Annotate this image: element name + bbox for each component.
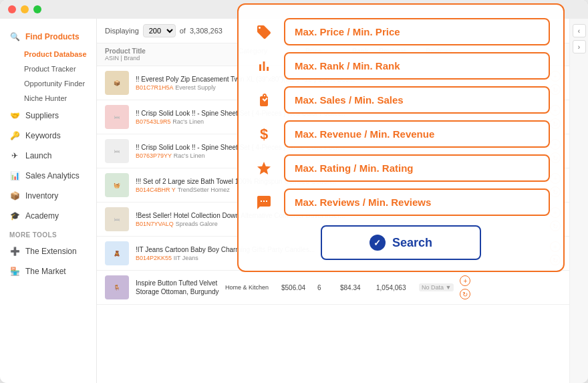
sales-icon bbox=[252, 88, 276, 112]
product-thumbnail: 🪑 bbox=[105, 275, 129, 299]
product-info: Inspire Button Tufted Velvet Storage Ott… bbox=[136, 279, 223, 296]
count-select[interactable]: 200 50 100 bbox=[143, 24, 176, 37]
nav-right-arrow[interactable]: › bbox=[573, 40, 586, 53]
sidebar-item-suppliers[interactable]: 🤝 Suppliers bbox=[0, 106, 96, 126]
search-btn-row: ✓ Search bbox=[252, 225, 550, 260]
product-thumbnail: 🛏 bbox=[105, 105, 129, 129]
sidebar-subitems: Product Database Product Tracker Opportu… bbox=[0, 47, 96, 106]
refresh-action[interactable]: ↻ bbox=[460, 289, 470, 299]
market-icon: 🏪 bbox=[9, 266, 20, 277]
sidebar-item-inventory[interactable]: 📦 Inventory bbox=[0, 186, 96, 206]
sidebar-item-product-tracker[interactable]: Product Tracker bbox=[19, 61, 96, 76]
sales-filter-button[interactable]: Max. Sales / Min. Sales bbox=[284, 86, 550, 114]
product-asin: B014P2KK55 bbox=[136, 255, 172, 261]
sidebar-item-academy[interactable]: 🎓 Academy bbox=[0, 206, 96, 226]
check-icon: ✓ bbox=[370, 235, 386, 251]
search-button[interactable]: ✓ Search bbox=[321, 225, 481, 260]
sidebar-item-keywords[interactable]: 🔑 Keywords bbox=[0, 126, 96, 146]
col-header-product: Product Title ASIN | Brand bbox=[105, 47, 239, 61]
sales-filter-row: Max. Sales / Min. Sales bbox=[252, 86, 550, 114]
keywords-icon: 🔑 bbox=[9, 130, 20, 141]
product-thumbnail: 🧺 bbox=[105, 173, 129, 197]
price-icon bbox=[252, 20, 276, 44]
product-category: Home & Kitchen bbox=[225, 284, 279, 291]
product-asin: B0763P79YY bbox=[136, 152, 172, 159]
suppliers-icon: 🤝 bbox=[9, 110, 20, 121]
rating-filter-row: Max. Rating / Min. Rating bbox=[252, 154, 550, 182]
sidebar-item-the-extension[interactable]: ➕ The Extension bbox=[0, 241, 96, 261]
product-brand: Everest Supply bbox=[175, 84, 216, 91]
product-reviews: 1,054,063 bbox=[376, 284, 416, 291]
no-data-badge: No Data ▼ bbox=[419, 283, 454, 291]
revenue-icon: $ bbox=[252, 122, 276, 146]
sidebar-item-product-database[interactable]: Product Database bbox=[19, 47, 96, 61]
close-button[interactable] bbox=[8, 5, 16, 13]
product-rank: 6 bbox=[317, 284, 337, 291]
add-action[interactable]: + bbox=[460, 275, 470, 286]
sales-analytics-icon: 📊 bbox=[9, 170, 20, 181]
price-filter-row: Max. Price / Min. Price bbox=[252, 19, 550, 45]
inventory-icon: 📦 bbox=[9, 190, 20, 201]
product-price: $506.04 bbox=[281, 284, 315, 291]
product-brand: Rac's Linen bbox=[172, 118, 204, 125]
minimize-button[interactable] bbox=[21, 5, 29, 13]
sidebar-item-launch[interactable]: ✈ Launch bbox=[0, 146, 96, 166]
search-icon: 🔍 bbox=[9, 31, 20, 42]
more-tools-label: More Tools bbox=[0, 226, 96, 241]
maximize-button[interactable] bbox=[33, 5, 41, 13]
product-title: Inspire Button Tufted Velvet Storage Ott… bbox=[136, 279, 223, 296]
sidebar-item-opportunity-finder[interactable]: Opportunity Finder bbox=[19, 76, 96, 91]
sidebar-item-find-products[interactable]: 🔍 Find Products bbox=[0, 27, 96, 47]
revenue-filter-row: $ Max. Revenue / Min. Revenue bbox=[252, 120, 550, 148]
sidebar-item-niche-hunter[interactable]: Niche Hunter bbox=[19, 91, 96, 106]
rank-icon bbox=[252, 54, 276, 78]
nav-left-arrow[interactable]: ‹ bbox=[573, 24, 586, 37]
sidebar: 🔍 Find Products Product Database Product… bbox=[0, 19, 97, 383]
revenue-filter-button[interactable]: Max. Revenue / Min. Revenue bbox=[284, 120, 550, 148]
reviews-filter-button[interactable]: Max. Reviews / Min. Reviews bbox=[284, 188, 550, 216]
row-actions: + ↻ bbox=[459, 275, 471, 300]
product-thumbnail: 🛏 bbox=[105, 207, 129, 231]
product-revenue: $84.34 bbox=[340, 284, 374, 291]
product-thumbnail: 🧸 bbox=[105, 241, 129, 265]
product-asin: B014C4BHR Y bbox=[136, 186, 176, 193]
star-icon bbox=[252, 156, 276, 180]
product-asin: B01C7R1H5A bbox=[136, 84, 174, 91]
reviews-filter-row: Max. Reviews / Min. Reviews bbox=[252, 188, 550, 216]
rating-filter-button[interactable]: Max. Rating / Min. Rating bbox=[284, 154, 550, 182]
product-thumbnail: 📦 bbox=[105, 71, 129, 95]
filter-overlay-panel: Max. Price / Min. Price Max. Rank / Min.… bbox=[237, 19, 565, 272]
academy-icon: 🎓 bbox=[9, 211, 20, 221]
product-asin: B07543L9R5 bbox=[136, 118, 171, 125]
product-brand: IIT Jeans bbox=[174, 255, 198, 261]
rank-filter-button[interactable]: Max. Rank / Min. Rank bbox=[284, 52, 550, 80]
table-row: 🪑 Inspire Button Tufted Velvet Storage O… bbox=[97, 271, 569, 305]
reviews-icon bbox=[252, 190, 276, 215]
product-asin: B01N7YVALQ bbox=[136, 221, 174, 227]
product-thumbnail: 🛏 bbox=[105, 139, 129, 163]
extension-icon: ➕ bbox=[9, 246, 20, 257]
sidebar-item-the-market[interactable]: 🏪 The Market bbox=[0, 261, 96, 281]
rank-filter-row: Max. Rank / Min. Rank bbox=[252, 52, 550, 80]
product-brand: Rac's Linen bbox=[174, 152, 205, 159]
price-filter-button[interactable]: Max. Price / Min. Price bbox=[284, 19, 550, 45]
product-brand: TrendSetter Homez bbox=[178, 186, 230, 193]
app-body: 🔍 Find Products Product Database Product… bbox=[0, 19, 588, 383]
sidebar-item-sales-analytics[interactable]: 📊 Sales Analytics bbox=[0, 166, 96, 186]
launch-icon: ✈ bbox=[9, 150, 20, 161]
app-window: 🔍 Find Products Product Database Product… bbox=[0, 0, 588, 383]
right-nav: ‹ › bbox=[569, 19, 588, 383]
product-brand: Spreads Galore bbox=[176, 221, 218, 227]
